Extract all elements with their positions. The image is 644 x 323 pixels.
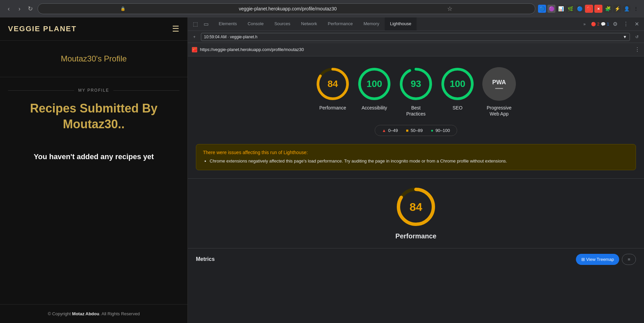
- devtools-panel: ⬚ ▭ Elements Console Sources Network Per…: [188, 17, 644, 323]
- hamburger-menu[interactable]: ☰: [172, 24, 179, 34]
- back-button[interactable]: ‹: [4, 4, 13, 13]
- performance-value: 84: [327, 79, 338, 89]
- legend: ▲ 0–49 ■ 50–89 ● 90–100: [375, 125, 457, 136]
- devtools-right-actions: 🔴 2 💬 1 ⚙ ⋮ ✕: [588, 19, 644, 29]
- legend-green-range: 90–100: [435, 128, 450, 133]
- website-panel: VEGGIE PLANET ☰ Moutaz30's Profile MY PR…: [0, 17, 188, 323]
- metrics-row: Metrics ⊞ View Treemap ≡: [188, 248, 644, 270]
- devtools-inspect-icon[interactable]: ⬚: [191, 19, 200, 29]
- warning-box: There were issues affecting this run of …: [196, 144, 636, 170]
- lighthouse-favicon: 🍅: [192, 47, 197, 52]
- performance-circle: 84: [316, 67, 350, 101]
- warning-title: There were issues affecting this run of …: [203, 150, 629, 155]
- pwa-dash: [495, 88, 503, 89]
- best-practices-value: 93: [411, 79, 421, 89]
- devtools-more-tabs[interactable]: »: [581, 22, 588, 27]
- settings-icon[interactable]: ⚙: [610, 19, 620, 29]
- devtools-toolbar: ⬚ ▭ Elements Console Sources Network Per…: [188, 17, 644, 31]
- seo-circle: 100: [441, 67, 474, 101]
- legend-orange-icon: ■: [406, 128, 409, 133]
- legend-green: ● 90–100: [431, 128, 450, 133]
- accessibility-circle: 100: [358, 67, 391, 101]
- devtools-secondary-bar: + 10:59:04 AM · veggie-planet.h ▼ ↺: [188, 31, 644, 43]
- bottom-score-section: 84 Performance: [188, 178, 644, 248]
- address-bar[interactable]: 🔒 veggie-planet.herokuapp.com/profile/mo…: [38, 3, 535, 14]
- ext-icon-2[interactable]: 🟣: [547, 5, 555, 13]
- chevron-down-icon[interactable]: ▼: [623, 35, 627, 39]
- ext-icon-6[interactable]: 🔴: [585, 5, 593, 13]
- devtools-nav-icons: ⬚ ▭: [188, 19, 213, 29]
- bottom-performance-circle: 84: [396, 187, 436, 227]
- browser-chrome: ‹ › ↻ 🔒 veggie-planet.herokuapp.com/prof…: [0, 0, 644, 17]
- tab-console[interactable]: Console: [242, 17, 269, 31]
- treemap-button[interactable]: ⊞ View Treemap: [576, 254, 620, 265]
- legend-orange-range: 50–89: [411, 128, 423, 133]
- tab-sources[interactable]: Sources: [269, 17, 296, 31]
- tab-memory[interactable]: Memory: [358, 17, 385, 31]
- seo-label: SEO: [452, 105, 463, 111]
- score-accessibility: 100 Accessibility: [358, 67, 391, 111]
- bookmark-icon[interactable]: ☆: [369, 5, 531, 12]
- ext-icon-5[interactable]: 🔵: [576, 5, 584, 13]
- tab-performance[interactable]: Performance: [322, 17, 358, 31]
- my-profile-section: MY PROFILE Recipes Submitted By Moutaz30…: [0, 77, 187, 179]
- ext-icon-3[interactable]: 📊: [557, 5, 565, 13]
- refresh-button[interactable]: ↻: [25, 4, 35, 13]
- extension-icons: 🔵 🟣 📊 🌿 🔵 🔴 ✕ 🧩 ⚡ 👤 ⋮: [538, 5, 640, 13]
- lighthouse-url-bar: 🍅 https://veggie-planet.herokuapp.com/pr…: [188, 43, 644, 56]
- no-recipes-text: You haven't added any recipes yet: [8, 146, 179, 168]
- lock-icon: 🔒: [42, 6, 204, 11]
- score-seo: 100 SEO: [441, 67, 474, 111]
- devtools-device-icon[interactable]: ▭: [201, 19, 211, 29]
- menu-icon[interactable]: ⋮: [632, 5, 640, 13]
- website-header: VEGGIE PLANET ☰: [0, 17, 187, 41]
- seo-value: 100: [450, 79, 466, 89]
- ext-icon-8[interactable]: 🧩: [604, 5, 612, 13]
- devtools-more-icon[interactable]: ⋮: [621, 19, 631, 29]
- ext-icon-7[interactable]: ✕: [594, 5, 602, 13]
- bottom-performance-label: Performance: [395, 232, 436, 240]
- message-badge[interactable]: 💬 1: [601, 22, 609, 27]
- legend-orange: ■ 50–89: [406, 128, 423, 133]
- pwa-label: ProgressiveWeb App: [487, 105, 512, 117]
- nav-buttons: ‹ › ↻: [4, 4, 35, 13]
- lighthouse-url-more[interactable]: ⋮: [635, 46, 640, 53]
- timestamp-text: 10:59:04 AM · veggie-planet.h: [204, 35, 257, 39]
- scores-section: 84 Performance 100 Access: [188, 56, 644, 144]
- tab-elements[interactable]: Elements: [213, 17, 242, 31]
- ext-icon-1[interactable]: 🔵: [538, 5, 546, 13]
- add-tab-button[interactable]: +: [191, 33, 198, 41]
- footer-author: Motaz Abdou: [72, 311, 99, 316]
- score-best-practices: 93 BestPractices: [399, 67, 433, 117]
- pwa-text: PWA: [492, 79, 506, 86]
- tab-lighthouse[interactable]: Lighthouse: [385, 17, 417, 31]
- treemap-icon: ⊞: [581, 257, 585, 262]
- profile-section: Moutaz30's Profile: [0, 41, 187, 77]
- profile-icon[interactable]: 👤: [623, 5, 631, 13]
- scores-row: 84 Performance 100 Access: [316, 67, 516, 117]
- ext-icon-9[interactable]: ⚡: [613, 5, 621, 13]
- expand-button[interactable]: ≡: [622, 254, 636, 265]
- legend-green-icon: ●: [431, 128, 433, 133]
- reload-icon[interactable]: ↺: [633, 33, 641, 41]
- accessibility-value: 100: [367, 79, 382, 89]
- legend-red: ▲ 0–49: [382, 128, 398, 133]
- metrics-actions: ⊞ View Treemap ≡: [576, 254, 636, 265]
- score-pwa: PWA ProgressiveWeb App: [482, 67, 516, 117]
- warning-list-item: Chrome extensions negatively affected th…: [210, 158, 629, 165]
- legend-red-icon: ▲: [382, 128, 386, 133]
- footer-rights: . All Rights Reserved: [99, 311, 140, 316]
- close-devtools-button[interactable]: ✕: [632, 19, 641, 29]
- ext-icon-4[interactable]: 🌿: [566, 5, 574, 13]
- tab-network[interactable]: Network: [296, 17, 323, 31]
- footer: © Copyright Motaz Abdou. All Rights Rese…: [0, 304, 187, 323]
- lighthouse-url-text: https://veggie-planet.herokuapp.com/prof…: [200, 47, 635, 52]
- best-practices-circle: 93: [399, 67, 433, 101]
- metrics-label: Metrics: [196, 256, 215, 262]
- error-badge[interactable]: 🔴 2: [591, 22, 599, 27]
- forward-button[interactable]: ›: [15, 4, 24, 13]
- url-text: veggie-planet.herokuapp.com/profile/mout…: [207, 6, 369, 11]
- pwa-circle: PWA: [482, 67, 516, 101]
- site-title: VEGGIE PLANET: [8, 25, 76, 33]
- profile-name: Moutaz30's Profile: [8, 54, 179, 63]
